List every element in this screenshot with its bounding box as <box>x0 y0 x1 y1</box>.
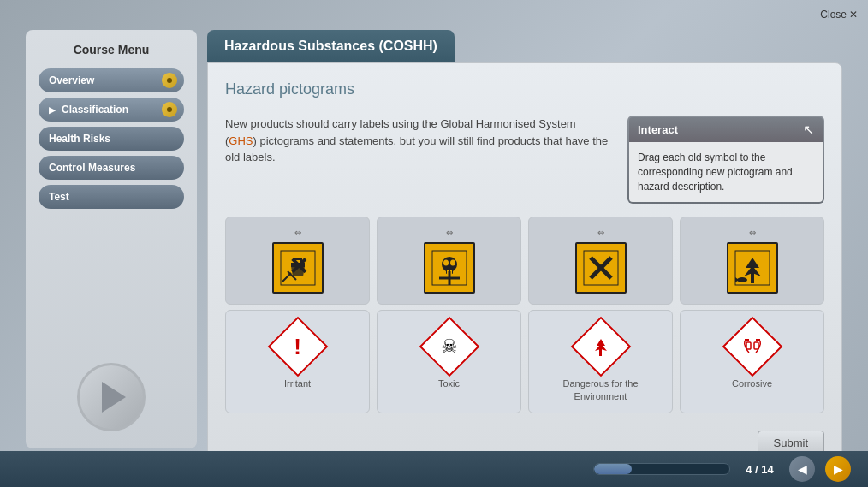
icons-grid: ⇔ ✕ <box>225 217 824 413</box>
env-new-svg <box>590 336 612 358</box>
env-label: Dangerous for the Environment <box>536 377 665 402</box>
new-toxic-cell[interactable]: ☠ Toxic <box>377 310 521 413</box>
drag-arrows-icon: ⇔ <box>597 228 604 237</box>
classification-indicator <box>162 102 177 117</box>
old-env-symbol <box>727 242 778 294</box>
corrosive-label: Corrosive <box>732 377 772 389</box>
play-icon <box>102 382 126 413</box>
interact-box: Interact ↖ Drag each old symbol to the c… <box>627 116 824 204</box>
new-toxic-symbol: ☠ <box>424 321 475 372</box>
new-env-symbol <box>575 321 627 372</box>
top-section: New products should carry labels using t… <box>225 116 824 204</box>
svg-rect-21 <box>745 339 749 341</box>
svg-rect-22 <box>756 339 760 341</box>
new-irritant-cell[interactable]: ! Irritant <box>225 310 370 413</box>
old-env-cell[interactable]: ⇔ <box>680 217 824 305</box>
old-toxic-symbol <box>424 242 475 294</box>
page-indicator: 4 / 14 <box>740 463 779 476</box>
sidebar-item-overview[interactable]: Overview <box>39 68 184 92</box>
sidebar-item-label: Test <box>49 191 69 203</box>
overview-indicator <box>162 73 177 88</box>
svg-point-7 <box>443 260 449 266</box>
cursor-icon: ↖ <box>803 122 814 138</box>
sidebar-item-test[interactable]: Test <box>39 185 184 209</box>
content-area: Hazardous Substances (COSHH) Hazard pict… <box>207 30 842 448</box>
svg-rect-18 <box>751 273 754 283</box>
toxic-label: Toxic <box>438 377 460 389</box>
bottom-bar: 4 / 14 ◀ ▶ <box>0 451 868 487</box>
svg-rect-4 <box>291 263 305 267</box>
sidebar-item-label: Classification <box>62 104 128 116</box>
new-irritant-symbol: ! <box>272 321 324 372</box>
new-env-cell[interactable]: Dangerous for the Environment <box>528 310 673 413</box>
close-button[interactable]: Close ✕ <box>820 9 858 21</box>
corrosive-svg <box>741 336 764 358</box>
new-symbols-row: ! Irritant ☠ Toxic <box>225 310 824 413</box>
progress-bar-container <box>593 463 730 475</box>
svg-point-8 <box>450 260 455 266</box>
description: New products should carry labels using t… <box>225 116 610 166</box>
sidebar-item-classification[interactable]: ▶ Classification <box>39 98 184 122</box>
close-icon: ✕ <box>849 9 858 21</box>
old-symbols-row: ⇔ ✕ <box>225 217 824 305</box>
main-container: Course Menu Overview ▶ Classification He… <box>26 30 842 448</box>
close-label: Close <box>820 9 847 21</box>
irritant-svg: ✕ <box>279 249 317 287</box>
new-corrosive-cell[interactable]: Corrosive <box>680 310 824 413</box>
next-button[interactable]: ▶ <box>825 456 851 482</box>
sidebar-title: Course Menu <box>74 43 150 56</box>
drag-arrows-icon: ⇔ <box>294 228 301 237</box>
old-irritant-cell[interactable]: ⇔ ✕ <box>225 217 370 305</box>
svg-rect-20 <box>599 349 602 356</box>
progress-bar-fill <box>594 464 632 474</box>
sidebar-item-control-measures[interactable]: Control Measures <box>39 156 184 180</box>
ghs-highlight: GHS <box>229 134 253 147</box>
section-title: Hazard pictograms <box>225 80 824 98</box>
irritant-label: Irritant <box>284 377 311 389</box>
drag-arrows-icon: ⇔ <box>749 228 756 237</box>
skull-icon: ☠ <box>441 336 458 358</box>
old-irritant-symbol: ✕ <box>272 242 324 294</box>
interact-title: Interact <box>638 123 678 136</box>
new-corrosive-symbol <box>727 321 778 372</box>
svg-rect-24 <box>754 342 758 349</box>
arrow-icon: ▶ <box>49 105 56 115</box>
content-body: Hazard pictograms New products should ca… <box>207 62 842 473</box>
sidebar: Course Menu Overview ▶ Classification He… <box>26 30 197 448</box>
svg-rect-23 <box>746 342 751 349</box>
sidebar-item-label: Health Risks <box>49 133 110 145</box>
interact-header: Interact ↖ <box>629 117 823 142</box>
harmful-svg <box>582 249 620 287</box>
interact-body: Drag each old symbol to the correspondin… <box>629 142 823 202</box>
sidebar-item-label: Control Measures <box>49 162 135 174</box>
content-header: Hazardous Substances (COSHH) <box>207 30 455 62</box>
old-toxic-cell[interactable]: ⇔ <box>377 217 521 305</box>
drag-arrows-icon: ⇔ <box>446 228 453 237</box>
toxic-svg <box>431 249 468 287</box>
prev-button[interactable]: ◀ <box>789 456 815 482</box>
old-harmful-symbol <box>575 242 627 294</box>
env-svg <box>734 249 771 287</box>
old-harmful-cell[interactable]: ⇔ <box>528 217 673 305</box>
sidebar-item-health-risks[interactable]: Health Risks <box>39 127 184 151</box>
content-title: Hazardous Substances (COSHH) <box>224 39 437 53</box>
exclamation-icon: ! <box>294 334 301 360</box>
sidebar-item-label: Overview <box>49 74 94 86</box>
play-button[interactable] <box>77 363 146 431</box>
